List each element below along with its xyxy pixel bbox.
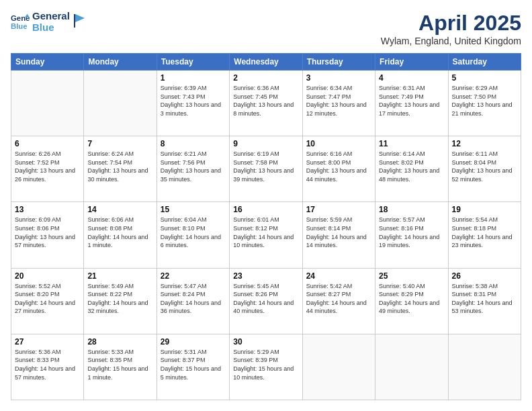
day-detail: Sunrise: 6:21 AM Sunset: 7:56 PM Dayligh…: [161, 150, 226, 183]
day-number: 12: [452, 139, 517, 148]
day-detail: Sunrise: 5:33 AM Sunset: 8:35 PM Dayligh…: [87, 348, 152, 381]
logo-general: General: [32, 11, 70, 22]
calendar-day-cell: 28Sunrise: 5:33 AM Sunset: 8:35 PM Dayli…: [84, 334, 157, 400]
calendar-day-cell: 15Sunrise: 6:04 AM Sunset: 8:10 PM Dayli…: [157, 202, 229, 268]
day-detail: Sunrise: 6:01 AM Sunset: 8:12 PM Dayligh…: [233, 216, 298, 249]
calendar-day-cell: 13Sunrise: 6:09 AM Sunset: 8:06 PM Dayli…: [11, 202, 84, 268]
calendar-day-cell: [302, 334, 375, 400]
calendar-day-cell: 27Sunrise: 5:36 AM Sunset: 8:33 PM Dayli…: [11, 334, 84, 400]
day-detail: Sunrise: 6:39 AM Sunset: 7:43 PM Dayligh…: [161, 84, 226, 118]
page: General Blue General Blue April 2025 Wyl…: [0, 0, 532, 411]
day-number: 10: [306, 139, 371, 148]
logo-blue: Blue: [32, 22, 70, 34]
day-detail: Sunrise: 5:38 AM Sunset: 8:31 PM Dayligh…: [452, 282, 517, 316]
day-number: 25: [379, 271, 444, 281]
day-number: 2: [233, 73, 298, 83]
calendar-day-cell: 26Sunrise: 5:38 AM Sunset: 8:31 PM Dayli…: [448, 268, 521, 334]
calendar-day-cell: 7Sunrise: 6:24 AM Sunset: 7:54 PM Daylig…: [84, 136, 157, 202]
day-number: 20: [15, 271, 80, 281]
calendar-day-cell: 29Sunrise: 5:31 AM Sunset: 8:37 PM Dayli…: [157, 334, 229, 400]
day-number: 22: [161, 271, 226, 281]
day-detail: Sunrise: 6:04 AM Sunset: 8:10 PM Dayligh…: [161, 216, 226, 249]
day-detail: Sunrise: 5:42 AM Sunset: 8:27 PM Dayligh…: [306, 282, 371, 316]
day-detail: Sunrise: 5:57 AM Sunset: 8:16 PM Dayligh…: [379, 216, 444, 249]
svg-text:Blue: Blue: [11, 21, 28, 30]
calendar-week-row: 20Sunrise: 5:52 AM Sunset: 8:20 PM Dayli…: [11, 268, 521, 334]
day-detail: Sunrise: 5:47 AM Sunset: 8:24 PM Dayligh…: [161, 282, 226, 316]
day-number: 17: [306, 205, 371, 214]
logo: General Blue General Blue: [11, 11, 86, 33]
calendar-week-row: 6Sunrise: 6:26 AM Sunset: 7:52 PM Daylig…: [11, 136, 521, 202]
day-detail: Sunrise: 5:29 AM Sunset: 8:39 PM Dayligh…: [233, 348, 298, 381]
calendar-day-cell: [11, 71, 84, 136]
day-number: 21: [87, 271, 152, 281]
calendar-day-cell: [375, 334, 448, 400]
main-title: April 2025: [381, 11, 521, 36]
day-number: 19: [452, 205, 517, 214]
calendar-day-cell: 14Sunrise: 6:06 AM Sunset: 8:08 PM Dayli…: [84, 202, 157, 268]
day-number: 28: [87, 337, 152, 347]
day-detail: Sunrise: 5:31 AM Sunset: 8:37 PM Dayligh…: [161, 348, 226, 381]
day-detail: Sunrise: 6:19 AM Sunset: 7:58 PM Dayligh…: [233, 150, 298, 183]
calendar-day-cell: 6Sunrise: 6:26 AM Sunset: 7:52 PM Daylig…: [11, 136, 84, 202]
svg-marker-3: [74, 14, 75, 28]
calendar-day-cell: 10Sunrise: 6:16 AM Sunset: 8:00 PM Dayli…: [302, 136, 375, 202]
calendar-day-cell: 12Sunrise: 6:11 AM Sunset: 8:04 PM Dayli…: [448, 136, 521, 202]
day-number: 14: [87, 205, 152, 214]
calendar-header-cell: Wednesday: [230, 54, 302, 71]
day-detail: Sunrise: 6:31 AM Sunset: 7:49 PM Dayligh…: [379, 84, 444, 118]
day-detail: Sunrise: 6:24 AM Sunset: 7:54 PM Dayligh…: [87, 150, 152, 183]
day-detail: Sunrise: 6:36 AM Sunset: 7:45 PM Dayligh…: [233, 84, 298, 118]
day-detail: Sunrise: 5:59 AM Sunset: 8:14 PM Dayligh…: [306, 216, 371, 249]
calendar-table: SundayMondayTuesdayWednesdayThursdayFrid…: [11, 53, 521, 400]
calendar-day-cell: 17Sunrise: 5:59 AM Sunset: 8:14 PM Dayli…: [302, 202, 375, 268]
calendar-day-cell: 9Sunrise: 6:19 AM Sunset: 7:58 PM Daylig…: [230, 136, 302, 202]
calendar-day-cell: 1Sunrise: 6:39 AM Sunset: 7:43 PM Daylig…: [157, 71, 229, 136]
calendar-day-cell: [84, 71, 157, 136]
calendar-day-cell: 30Sunrise: 5:29 AM Sunset: 8:39 PM Dayli…: [230, 334, 302, 400]
calendar-day-cell: 19Sunrise: 5:54 AM Sunset: 8:18 PM Dayli…: [448, 202, 521, 268]
day-number: 18: [379, 205, 444, 214]
calendar-day-cell: 24Sunrise: 5:42 AM Sunset: 8:27 PM Dayli…: [302, 268, 375, 334]
day-detail: Sunrise: 5:45 AM Sunset: 8:26 PM Dayligh…: [233, 282, 298, 316]
title-section: April 2025 Wylam, England, United Kingdo…: [381, 11, 521, 46]
calendar-day-cell: 18Sunrise: 5:57 AM Sunset: 8:16 PM Dayli…: [375, 202, 448, 268]
calendar-week-row: 1Sunrise: 6:39 AM Sunset: 7:43 PM Daylig…: [11, 71, 521, 136]
day-number: 23: [233, 271, 298, 281]
day-detail: Sunrise: 6:34 AM Sunset: 7:47 PM Dayligh…: [306, 84, 371, 118]
day-number: 29: [161, 337, 226, 347]
day-detail: Sunrise: 6:09 AM Sunset: 8:06 PM Dayligh…: [15, 216, 80, 249]
day-number: 30: [233, 337, 298, 347]
day-number: 26: [452, 271, 517, 281]
day-number: 5: [452, 73, 517, 83]
calendar-header-cell: Thursday: [302, 54, 375, 71]
svg-marker-4: [75, 14, 85, 22]
day-number: 15: [161, 205, 226, 214]
day-number: 4: [379, 73, 444, 83]
logo-flag-icon: [74, 14, 86, 28]
calendar-day-cell: 11Sunrise: 6:14 AM Sunset: 8:02 PM Dayli…: [375, 136, 448, 202]
calendar-day-cell: 8Sunrise: 6:21 AM Sunset: 7:56 PM Daylig…: [157, 136, 229, 202]
day-detail: Sunrise: 5:52 AM Sunset: 8:20 PM Dayligh…: [15, 282, 80, 316]
day-detail: Sunrise: 6:06 AM Sunset: 8:08 PM Dayligh…: [87, 216, 152, 249]
calendar-day-cell: 25Sunrise: 5:40 AM Sunset: 8:29 PM Dayli…: [375, 268, 448, 334]
day-detail: Sunrise: 6:16 AM Sunset: 8:00 PM Dayligh…: [306, 150, 371, 183]
calendar-week-row: 13Sunrise: 6:09 AM Sunset: 8:06 PM Dayli…: [11, 202, 521, 268]
day-number: 3: [306, 73, 371, 83]
day-number: 11: [379, 139, 444, 148]
calendar-day-cell: [448, 334, 521, 400]
day-number: 16: [233, 205, 298, 214]
calendar-header-cell: Monday: [84, 54, 157, 71]
calendar-header-cell: Tuesday: [157, 54, 229, 71]
calendar-day-cell: 23Sunrise: 5:45 AM Sunset: 8:26 PM Dayli…: [230, 268, 302, 334]
calendar-day-cell: 16Sunrise: 6:01 AM Sunset: 8:12 PM Dayli…: [230, 202, 302, 268]
day-detail: Sunrise: 5:36 AM Sunset: 8:33 PM Dayligh…: [15, 348, 80, 381]
day-number: 24: [306, 271, 371, 281]
day-detail: Sunrise: 5:49 AM Sunset: 8:22 PM Dayligh…: [87, 282, 152, 316]
day-detail: Sunrise: 6:26 AM Sunset: 7:52 PM Dayligh…: [15, 150, 80, 183]
calendar-body: 1Sunrise: 6:39 AM Sunset: 7:43 PM Daylig…: [11, 71, 521, 400]
day-detail: Sunrise: 5:40 AM Sunset: 8:29 PM Dayligh…: [379, 282, 444, 316]
day-number: 6: [15, 139, 80, 148]
day-detail: Sunrise: 5:54 AM Sunset: 8:18 PM Dayligh…: [452, 216, 517, 249]
calendar-day-cell: 4Sunrise: 6:31 AM Sunset: 7:49 PM Daylig…: [375, 71, 448, 136]
